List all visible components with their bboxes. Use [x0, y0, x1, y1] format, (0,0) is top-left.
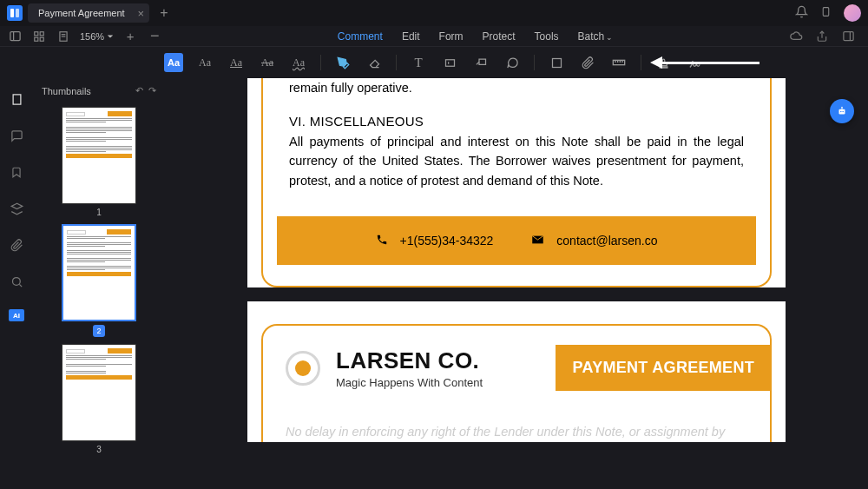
textbox-tool[interactable]	[440, 53, 459, 72]
document-title-badge: PAYMENT AGREEMENT	[556, 345, 772, 391]
menu-tools[interactable]: Tools	[535, 30, 559, 43]
page-view-icon[interactable]	[56, 29, 71, 44]
menu-form[interactable]: Form	[439, 30, 464, 43]
share-icon[interactable]	[814, 29, 830, 44]
company-logo-icon	[286, 351, 320, 386]
highlight-tool[interactable]: Aa	[164, 53, 183, 72]
thumbnail-page-2[interactable]	[62, 224, 136, 321]
rectangle-tool[interactable]	[547, 53, 566, 72]
left-sidebar: AI	[0, 78, 33, 489]
svg-rect-0	[823, 8, 829, 17]
main-area: AI Thumbnails ↶ ↷ 1	[0, 78, 868, 489]
separator	[534, 55, 535, 70]
rotate-ccw-icon[interactable]: ↶	[135, 85, 143, 96]
section-heading[interactable]: VI. MISCELLANEOUS	[289, 111, 744, 131]
thumbnail-page-3[interactable]	[62, 344, 136, 441]
menu-comment[interactable]: Comment	[338, 30, 383, 43]
marker-tool[interactable]	[333, 53, 352, 72]
email-address[interactable]: contact@larsen.co	[556, 234, 657, 248]
svg-marker-23	[11, 203, 23, 208]
zoom-level[interactable]: 156%	[80, 31, 114, 42]
thumbnail-page-1[interactable]	[62, 107, 136, 204]
callout-tool[interactable]	[471, 53, 490, 72]
svg-rect-16	[552, 58, 561, 67]
phone-icon	[376, 234, 388, 248]
menu-batch[interactable]: Batch⌄	[578, 30, 614, 43]
measure-tool[interactable]	[609, 53, 628, 72]
svg-rect-22	[13, 94, 21, 103]
menu-edit[interactable]: Edit	[402, 30, 420, 43]
close-tab-icon[interactable]: ×	[137, 7, 144, 20]
search-panel-icon[interactable]	[8, 273, 25, 290]
user-avatar[interactable]	[844, 4, 861, 22]
toolbar-primary: 156% + − Comment Edit Form Protect Tools…	[0, 26, 868, 47]
ai-panel-icon[interactable]: AI	[9, 309, 24, 321]
company-name[interactable]: LARSEN CO.	[336, 347, 483, 374]
note-tool[interactable]	[503, 53, 522, 72]
document-header: LARSEN CO. Magic Happens With Content PA…	[286, 345, 747, 391]
svg-rect-13	[445, 59, 454, 66]
paragraph-text[interactable]: All payments of principal and interest o…	[289, 132, 744, 190]
device-icon[interactable]	[820, 5, 832, 21]
separator	[396, 55, 397, 70]
new-tab-button[interactable]: +	[155, 3, 174, 23]
menu-protect[interactable]: Protect	[483, 30, 516, 43]
paragraph-text[interactable]: remain fully operative.	[289, 78, 744, 97]
titlebar: Payment Agreement × +	[0, 0, 868, 26]
svg-point-24	[12, 277, 20, 285]
thumbnail-label-3: 3	[36, 445, 161, 454]
tutorial-arrow-annotation	[650, 56, 760, 69]
svg-line-25	[19, 284, 22, 287]
phone-number[interactable]: +1(555)34-34322	[400, 234, 494, 248]
cloud-icon[interactable]	[788, 29, 804, 44]
svg-point-27	[840, 111, 842, 113]
document-viewport[interactable]: remain fully operative. VI. MISCELLANEOU…	[165, 78, 868, 489]
svg-point-28	[842, 111, 844, 113]
document-tab[interactable]: Payment Agreement ×	[28, 3, 149, 23]
thumbnail-label-2: 2	[36, 325, 161, 337]
company-tagline[interactable]: Magic Happens With Content	[336, 376, 483, 389]
comments-panel-icon[interactable]	[8, 127, 25, 144]
page-3: LARSEN CO. Magic Happens With Content PA…	[247, 301, 786, 441]
text-tool[interactable]: T	[409, 53, 428, 72]
rotate-cw-icon[interactable]: ↷	[148, 85, 156, 96]
attachments-panel-icon[interactable]	[8, 236, 25, 254]
svg-rect-26	[839, 109, 845, 115]
main-menu: Comment Edit Form Protect Tools Batch⌄	[338, 30, 613, 43]
thumbnail-label-1: 1	[36, 208, 161, 217]
svg-rect-4	[40, 31, 43, 35]
separator	[641, 55, 641, 70]
app-logo-icon[interactable]	[7, 5, 23, 21]
svg-rect-15	[479, 59, 486, 64]
eraser-tool[interactable]	[365, 53, 384, 72]
squiggly-tool[interactable]: Aa	[289, 53, 308, 72]
right-panel-toggle-icon[interactable]	[840, 29, 856, 44]
svg-rect-1	[10, 32, 19, 41]
svg-point-30	[841, 107, 842, 108]
attachment-tool[interactable]	[578, 53, 597, 72]
thumbnails-panel: Thumbnails ↶ ↷ 1	[33, 78, 165, 489]
svg-rect-11	[843, 32, 852, 41]
grid-icon[interactable]	[31, 29, 47, 44]
paragraph-text[interactable]: No delay in enforcing any right of the L…	[286, 422, 747, 441]
left-panel-toggle-icon[interactable]	[7, 29, 23, 44]
underline-tool[interactable]: Aa	[227, 53, 246, 72]
contact-footer: +1(555)34-34322 contact@larsen.co	[277, 216, 756, 265]
page-2: remain fully operative. VI. MISCELLANEOU…	[247, 78, 786, 287]
comment-toolbar: Aa Aa Aa Aa Aa T	[0, 47, 868, 78]
layers-panel-icon[interactable]	[8, 200, 25, 217]
thumbnails-panel-icon[interactable]	[8, 90, 25, 108]
strikethrough-tool[interactable]: Aa	[258, 53, 277, 72]
email-icon	[531, 234, 544, 248]
assistant-fab[interactable]	[830, 99, 854, 123]
separator	[320, 55, 321, 70]
bookmarks-panel-icon[interactable]	[8, 163, 25, 181]
bell-icon[interactable]	[795, 5, 808, 21]
text-style-tool[interactable]: Aa	[195, 53, 214, 72]
svg-rect-5	[35, 37, 38, 41]
zoom-out-icon[interactable]: −	[147, 29, 162, 44]
zoom-in-icon[interactable]: +	[122, 29, 138, 44]
svg-rect-6	[40, 37, 43, 41]
svg-rect-3	[35, 31, 38, 35]
thumbnails-header: Thumbnails	[42, 86, 91, 96]
